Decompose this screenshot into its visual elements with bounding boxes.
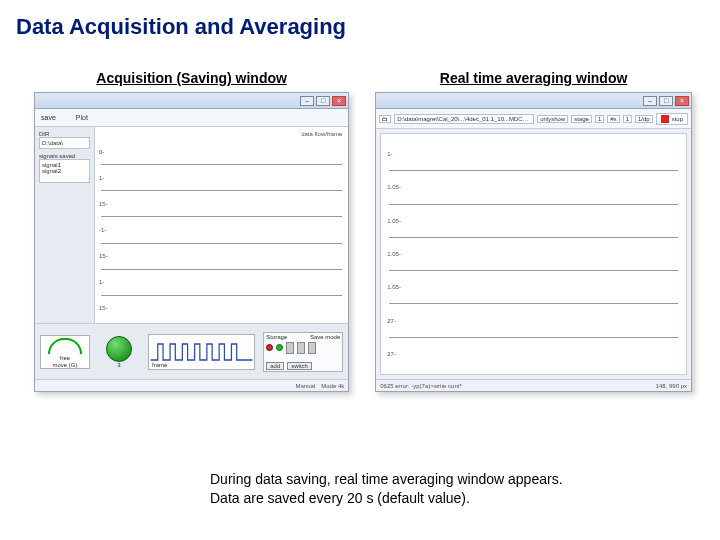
row-label: 27- (387, 351, 396, 357)
window-titlebar: – □ × (35, 93, 348, 109)
row-label: 1.05- (387, 218, 401, 224)
left-figure: Acquisition (Saving) window – □ × save P… (34, 70, 349, 392)
right-caption: Real time averaging window (375, 70, 692, 86)
folder-icon[interactable]: 🗀 (379, 115, 391, 123)
savemode-label: Save mode (310, 334, 340, 340)
row-label: 1- (99, 279, 104, 285)
right-toolbar: 🗀 D:\data\magret\Cal_20\...\4dec_01.1_10… (376, 109, 691, 129)
field-stage-value[interactable]: 1 (595, 115, 604, 123)
stop-label: stop (672, 116, 683, 122)
gauge-free: free move (G) (40, 335, 90, 369)
right-plot-area: 1- 1.05- 1.05- 1.05- 1.05- 27- 27- (380, 133, 687, 375)
row-label: 1.05- (387, 184, 401, 190)
led-icon (276, 344, 283, 351)
signals-box[interactable]: signal1 signal2 (39, 159, 90, 183)
plot-header: data flow/frame (101, 131, 342, 137)
dir-field[interactable]: D:\data\ (39, 137, 90, 149)
stop-icon (661, 115, 669, 123)
body-line2: Data are saved every 20 s (default value… (210, 489, 670, 508)
left-sidebar: DIR D:\data\ signals saved signal1 signa… (35, 127, 95, 323)
field-onlyshow[interactable]: onlyshow (537, 115, 568, 123)
storage-label: Storage (266, 334, 287, 340)
path-field[interactable]: D:\data\magret\Cal_20\...\4dec_01.1_10..… (394, 114, 534, 124)
row-label: 15- (99, 305, 108, 311)
right-figure: Real time averaging window – □ × 🗀 D:\da… (375, 70, 692, 392)
row-label: 1.05- (387, 251, 401, 257)
close-icon[interactable]: × (332, 96, 346, 106)
acquisition-window: – □ × save Plot DIR D:\data\ signals sav… (34, 92, 349, 392)
knob-control[interactable]: 3 (98, 331, 140, 373)
row-label: 15- (99, 201, 108, 207)
left-bottom-panel: free move (G) 3 frame (35, 323, 348, 379)
minimize-icon[interactable]: – (643, 96, 657, 106)
row-label: 0- (99, 149, 104, 155)
left-plot-area: data flow/frame 0- 1- 15- -1- 15- 1- 15- (95, 127, 348, 323)
body-line1: During data saving, real time averaging … (210, 470, 670, 489)
stop-button[interactable]: stop (656, 113, 688, 125)
gauge-label: free (60, 355, 70, 361)
add-button[interactable]: add (266, 362, 284, 370)
status-left: 0625 error: -yp(7a)>write cont* (380, 383, 462, 389)
status-text: Manual (296, 383, 316, 389)
knob-value: 3 (117, 362, 120, 368)
window-titlebar: – □ × (376, 93, 691, 109)
tab-plot[interactable]: Plot (76, 114, 88, 121)
pulse-train: frame (148, 334, 255, 370)
field-num-value[interactable]: 1 (623, 115, 632, 123)
gauge-arc-icon (48, 338, 82, 354)
knob-icon (106, 336, 132, 362)
led-icon (266, 344, 273, 351)
left-caption: Acquisition (Saving) window (34, 70, 349, 86)
description-text: During data saving, real time averaging … (210, 470, 670, 508)
maximize-icon[interactable]: □ (316, 96, 330, 106)
averaging-window: – □ × 🗀 D:\data\magret\Cal_20\...\4dec_0… (375, 92, 692, 392)
gauge-unit: move (G) (52, 362, 77, 368)
right-statusbar: 0625 error: -yp(7a)>write cont* 148, 990… (376, 379, 691, 391)
left-statusbar: Manual Mode 4k (35, 379, 348, 391)
switch-icon[interactable] (308, 342, 316, 354)
field-num-label: #s (607, 115, 619, 123)
row-label: -1- (99, 227, 106, 233)
row-label: 27- (387, 318, 396, 324)
field-stage-label: stage (571, 115, 592, 123)
status-text: Mode 4k (321, 383, 344, 389)
switch-icon[interactable] (297, 342, 305, 354)
tab-save[interactable]: save (41, 114, 56, 121)
switch-button[interactable]: switch (287, 362, 312, 370)
left-toolbar: save Plot (35, 109, 348, 127)
row-label: 1.05- (387, 284, 401, 290)
maximize-icon[interactable]: □ (659, 96, 673, 106)
status-right: 148, 990 px (656, 383, 687, 389)
pulse-label: frame (152, 362, 167, 368)
field-dp-label: 1/dp (635, 115, 653, 123)
row-label: 15- (99, 253, 108, 259)
figures-row: Acquisition (Saving) window – □ × save P… (0, 40, 720, 392)
storage-panel: Storage Save mode add switch (263, 332, 343, 372)
row-label: 1- (99, 175, 104, 181)
switch-icon[interactable] (286, 342, 294, 354)
close-icon[interactable]: × (675, 96, 689, 106)
row-label: 1- (387, 151, 392, 157)
minimize-icon[interactable]: – (300, 96, 314, 106)
page-title: Data Acquisition and Averaging (0, 0, 720, 40)
